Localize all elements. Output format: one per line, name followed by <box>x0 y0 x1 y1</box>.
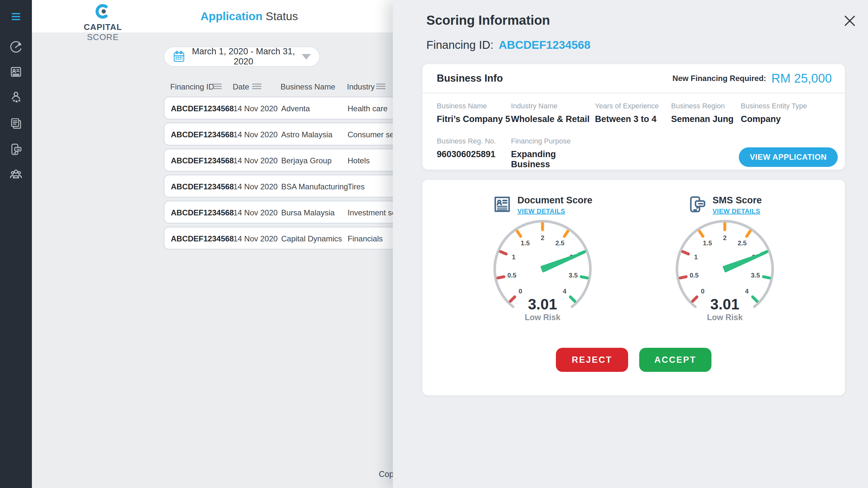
business-info-card: Business Info New Financing Required: RM… <box>422 64 845 170</box>
agent-rating-icon: ★ ★ ★ <box>9 90 23 104</box>
gauge-tick-label: 0 <box>701 288 705 295</box>
app-window: ★ ★ ★ <box>0 0 868 488</box>
gauge-tick-label: 4 <box>563 288 567 295</box>
capital-score-logo-icon <box>94 3 112 20</box>
sms-score-section: SMS Score VIEW DETAILS <box>634 195 816 324</box>
gauge-tick-label: 1 <box>694 254 698 261</box>
sidebar-item-agent-scoring[interactable]: ★ ★ ★ <box>0 87 32 107</box>
gauge-tick-label: 3.5 <box>568 272 578 279</box>
sms-score-risk-label: Low Risk <box>707 313 743 322</box>
new-financing-required: New Financing Required: RM 25,000 <box>673 72 832 86</box>
chevron-down-icon <box>302 54 311 60</box>
panel-title: Scoring Information <box>426 13 550 28</box>
gauge-tick-label: 1 <box>512 254 516 261</box>
field-value: Expanding Business <box>511 149 595 169</box>
gauge-tick-label: 1.5 <box>521 239 530 247</box>
document-score-view-details-link[interactable]: VIEW DETAILS <box>518 207 565 215</box>
business-info-header: Business Info New Financing Required: RM… <box>423 64 845 93</box>
gauge-tick-label: 0.5 <box>507 272 517 279</box>
date-range-picker[interactable]: March 1, 2020 - March 31, 2020 <box>164 46 320 67</box>
col-financing-id: Financing ID <box>170 82 214 91</box>
document-score-value: 3.01 <box>528 296 557 313</box>
dashboard-gauge-icon <box>9 40 23 54</box>
business-info-heading: Business Info <box>437 72 503 84</box>
sidebar: ★ ★ ★ <box>0 0 32 488</box>
gauge-tick-label: 3.5 <box>751 272 760 279</box>
document-score-gauge: 0 0.5 1 1.5 2 2.5 3 3.5 4 3.01 Low Ris <box>487 220 598 324</box>
accept-button[interactable]: ACCEPT <box>639 348 711 372</box>
cell-financing-id: ABCDEF1234568 <box>171 156 234 165</box>
business-info-row: Business NameFitri’s Company 5 Industry … <box>437 102 807 124</box>
date-range-value: March 1, 2020 - March 31, 2020 <box>185 46 302 67</box>
scoring-panel: Scoring Information Financing ID:ABCDEF1… <box>393 0 868 488</box>
sms-score-view-details-link[interactable]: VIEW DETAILS <box>712 207 760 215</box>
sms-score-title: SMS Score <box>712 195 762 205</box>
sidebar-item-documents[interactable] <box>0 113 32 134</box>
cell-financing-id: ABCDEF1234568 <box>171 208 234 217</box>
field-label: Business Name <box>437 102 511 110</box>
page-title-highlight: Application <box>200 10 262 23</box>
cell-financing-id: ABCDEF1234568 <box>171 182 234 191</box>
sidebar-item-dashboard[interactable] <box>0 36 32 57</box>
document-score-section: Document Score VIEW DETAILS <box>452 195 634 324</box>
col-business-name: Business Name <box>281 82 335 91</box>
cell-business-name: Astro Malaysia <box>281 130 332 139</box>
field-label: Business Entity Type <box>741 102 807 110</box>
field-label: Years of Experience <box>595 102 671 110</box>
field-value: 960306025891 <box>437 149 511 159</box>
sort-icon-financing-id[interactable] <box>213 84 222 90</box>
sms-score-icon <box>688 195 707 214</box>
gauge-needle <box>541 253 584 271</box>
cell-business-name: Berjaya Group <box>281 156 332 165</box>
field-value: Company <box>741 114 807 124</box>
cell-business-name: Bursa Malaysia <box>281 208 335 217</box>
cell-date: 14 Nov 2020 <box>234 182 278 191</box>
cell-financing-id: ABCDEF1234568 <box>171 130 234 139</box>
brand-primary: CAPITAL <box>84 22 122 32</box>
document-score-icon <box>493 195 512 214</box>
cell-business-name: BSA Manufacturing <box>281 182 348 191</box>
menu-icon[interactable] <box>12 13 20 22</box>
page-title-rest: Status <box>262 10 298 23</box>
cell-industry: Tires <box>348 182 365 191</box>
new-financing-label: New Financing Required: <box>673 74 766 83</box>
gauge-tick-label: 0.5 <box>690 272 699 279</box>
field-value: Between 3 to 4 <box>595 114 671 124</box>
field-value: Fitri’s Company 5 <box>437 114 511 124</box>
view-application-button[interactable]: VIEW APPLICATION <box>739 148 838 167</box>
gauge-tick-label: 2 <box>723 234 726 241</box>
svg-text:★: ★ <box>18 99 21 102</box>
sidebar-item-sms[interactable] <box>0 139 32 160</box>
scores-card: Document Score VIEW DETAILS <box>422 180 845 396</box>
field-label: Industry Name <box>511 102 595 110</box>
sidebar-item-customers[interactable] <box>0 163 32 184</box>
cell-date: 14 Nov 2020 <box>234 208 278 217</box>
decision-actions: REJECT ACCEPT <box>556 348 711 372</box>
cell-date: 14 Nov 2020 <box>234 104 278 113</box>
cell-business-name: Adventa <box>281 104 310 113</box>
gauge-tick-label: 2 <box>540 234 544 241</box>
cell-industry: Hotels <box>348 156 370 165</box>
field-value: Wholesale & Retail <box>511 114 595 124</box>
sms-score-value: 3.01 <box>710 296 739 313</box>
business-info-row: Business Reg. No.960306025891 Financing … <box>437 137 595 169</box>
reject-button[interactable]: REJECT <box>556 348 628 372</box>
financing-id-value: ABCDEF1234568 <box>499 38 590 51</box>
sms-score-gauge: 0 0.5 1 1.5 2 2.5 3 3.5 4 3.01 Low Ris <box>670 220 780 324</box>
cell-financing-id: ABCDEF1234568 <box>171 234 234 243</box>
sidebar-item-applications[interactable] <box>0 62 32 82</box>
document-score-risk-label: Low Risk <box>525 313 560 322</box>
field-label: Business Region <box>671 102 741 110</box>
financing-id-label: Financing ID: <box>426 38 493 51</box>
gauge-tick-label: 1.5 <box>703 239 712 247</box>
sort-icon-industry[interactable] <box>376 84 385 90</box>
sort-icon-date[interactable] <box>252 84 261 90</box>
gauge-tick-label: 2.5 <box>555 239 564 247</box>
field-label: Business Reg. No. <box>437 137 511 145</box>
gauge-tick-label: 0 <box>519 288 522 295</box>
financing-id-line: Financing ID:ABCDEF1234568 <box>426 38 590 52</box>
calendar-icon <box>173 51 185 63</box>
close-icon[interactable] <box>841 12 858 29</box>
cell-industry: Financials <box>348 234 383 243</box>
gauge-tick-label: 4 <box>745 288 749 295</box>
